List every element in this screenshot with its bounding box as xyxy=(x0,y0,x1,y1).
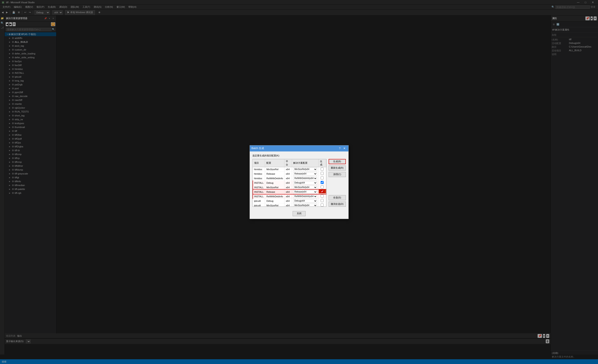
col-header-build: 生成 xyxy=(318,159,326,167)
sol-config-select[interactable]: Release|x64 xyxy=(293,172,317,176)
dialog-table-area: 项目 配置 平台 解决方案配置 生成 htmldoc xyxy=(252,159,326,207)
table-row-install: INSTALL RelWithDebInfo x64 RelWithDebInf… xyxy=(253,194,326,199)
dialog-controls: ? ✕ xyxy=(338,146,347,150)
cell-config: Release xyxy=(265,190,284,194)
cell-config: MinSizeRel xyxy=(265,203,284,207)
dialog-close-button[interactable]: 关闭 xyxy=(293,211,306,216)
cell-platform: x64 xyxy=(284,176,292,180)
batch-dialog: Batch 生成 ? ✕ 选定要生成的项目配置(K): 项目 配 xyxy=(249,145,349,219)
cell-config: Debug xyxy=(265,180,284,185)
cell-project: iptcutil xyxy=(253,203,265,207)
cell-sol-config: Release|x64 xyxy=(292,190,318,194)
col-header-platform: 平台 xyxy=(284,159,292,167)
cell-sol-config: RelWithDebInfo|x64 xyxy=(292,176,318,180)
cell-config: Debug xyxy=(265,199,284,203)
dialog-help-button[interactable]: ? xyxy=(338,146,342,150)
build-checkbox[interactable] xyxy=(321,199,324,202)
cell-checkbox xyxy=(319,185,326,189)
dialog-buttons: 生成(B) 重新生成(R) 清理(C) 全选(S) 撤消全选(D) xyxy=(329,159,346,207)
table-row-install: INSTALL Debug x64 Debug|x64 xyxy=(253,180,326,185)
sol-config-select[interactable]: RelWithDebInfo|x64 xyxy=(293,195,317,198)
cell-sol-config: MinSizeRel|x64 xyxy=(292,185,318,190)
sol-config-select[interactable]: Debug|x64 xyxy=(293,199,317,203)
cell-config: RelWithDebInfo xyxy=(265,176,284,180)
cell-platform: x64 xyxy=(284,194,292,199)
cell-sol-config: MinSizeRel|x64 xyxy=(292,167,318,171)
dialog-table: 项目 配置 平台 解决方案配置 生成 htmldoc xyxy=(253,159,326,207)
dialog-main: 项目 配置 平台 解决方案配置 生成 htmldoc xyxy=(252,159,346,207)
cell-checkbox xyxy=(319,194,326,198)
rebuild-button[interactable]: 重新生成(R) xyxy=(329,165,346,170)
table-row-install-release: INSTALL Release x64 Release|x64 xyxy=(253,190,326,194)
cell-sol-config: MinSizeRel|x64 xyxy=(292,203,318,207)
cell-config: RelWithDebInfo xyxy=(265,194,284,199)
cell-project: htmldoc xyxy=(253,171,265,176)
cell-platform: x64 xyxy=(284,199,292,203)
dialog-overlay: Batch 生成 ? ✕ 选定要生成的项目配置(K): 项目 配 xyxy=(0,0,598,364)
table-row: htmldoc RelWithDebInfo x64 RelWithDebInf… xyxy=(253,176,326,180)
cell-platform: x64 xyxy=(284,203,292,207)
cell-platform: x64 xyxy=(284,190,292,194)
dialog-table-scroll[interactable]: 项目 配置 平台 解决方案配置 生成 htmldoc xyxy=(253,159,326,207)
cell-platform: x64 xyxy=(284,180,292,185)
select-all-button[interactable]: 全选(S) xyxy=(329,195,346,200)
clean-button[interactable]: 清理(C) xyxy=(329,172,346,177)
dialog-instruction: 选定要生成的项目配置(K): xyxy=(252,154,346,157)
sol-config-select[interactable]: MinSizeRel|x64 xyxy=(293,204,317,207)
cell-project: INSTALL xyxy=(253,180,265,185)
cell-sol-config: RelWithDebInfo|x64 xyxy=(292,194,318,199)
build-checkbox[interactable] xyxy=(321,176,324,179)
build-checkbox[interactable] xyxy=(321,172,324,175)
cell-platform: x64 xyxy=(284,185,292,190)
build-checkbox[interactable] xyxy=(321,203,324,207)
cell-checkbox xyxy=(319,203,326,207)
col-header-config: 配置 xyxy=(265,159,284,167)
build-checkbox[interactable] xyxy=(321,168,324,170)
table-row-install: INSTALL MinSizeRel x64 MinSizeRel|x64 xyxy=(253,185,326,190)
build-checkbox-install-release[interactable] xyxy=(321,190,324,193)
sol-config-select[interactable]: MinSizeRel|x64 xyxy=(293,168,317,171)
dialog-title: Batch 生成 xyxy=(251,146,264,150)
sol-config-select[interactable]: Debug|x64 xyxy=(293,181,317,185)
cell-checkbox xyxy=(319,171,326,176)
deselect-all-button[interactable]: 撤消全选(D) xyxy=(329,202,346,207)
cell-config: MinSizeRel xyxy=(265,185,284,190)
col-header-project: 项目 xyxy=(253,159,265,167)
table-row: htmldoc Release x64 Release|x64 xyxy=(253,171,326,176)
table-row: htmldoc MinSizeRel x64 MinSizeRel|x64 xyxy=(253,167,326,171)
build-button[interactable]: 生成(B) xyxy=(329,159,346,164)
build-checkbox-install-minsizerel[interactable] xyxy=(321,186,324,188)
cell-config: MinSizeRel xyxy=(265,167,284,171)
build-checkbox-install-relwithdebinfo[interactable] xyxy=(321,194,324,197)
cell-platform: x64 xyxy=(284,171,292,176)
sol-config-select[interactable]: RelWithDebInfo|x64 xyxy=(293,177,317,180)
cell-project: INSTALL xyxy=(253,190,265,194)
col-header-solution-config: 解决方案配置 xyxy=(292,159,318,167)
cell-checkbox xyxy=(319,190,326,194)
cell-project: htmldoc xyxy=(253,176,265,180)
sol-config-select[interactable]: MinSizeRel|x64 xyxy=(293,186,317,189)
cell-project: INSTALL xyxy=(253,185,265,190)
cell-config: Release xyxy=(265,171,284,176)
cell-platform: x64 xyxy=(284,167,292,171)
cell-project: htmldoc xyxy=(253,167,265,171)
build-checkbox-install-debug[interactable] xyxy=(321,181,324,184)
dialog-titlebar: Batch 生成 ? ✕ xyxy=(250,146,349,152)
cell-checkbox xyxy=(319,199,326,203)
sol-config-select[interactable]: Release|x64 xyxy=(293,190,317,194)
dialog-body: 选定要生成的项目配置(K): 项目 配置 平台 解决方案配置 xyxy=(250,152,349,209)
cell-checkbox xyxy=(319,180,326,185)
cell-checkbox xyxy=(319,167,326,171)
cell-project: iptcutil xyxy=(253,199,265,203)
dialog-close-x-button[interactable]: ✕ xyxy=(342,146,347,150)
table-row: iptcutil Debug x64 Debug|x64 xyxy=(253,199,326,203)
cell-sol-config: Debug|x64 xyxy=(292,199,318,203)
table-row: iptcutil MinSizeRel x64 MinSizeRel|x64 xyxy=(253,203,326,207)
cell-checkbox xyxy=(319,176,326,180)
cell-sol-config: Release|x64 xyxy=(292,171,318,176)
dialog-close-row: 关闭 xyxy=(250,209,349,219)
cell-project: INSTALL xyxy=(253,194,265,199)
cell-sol-config: Debug|x64 xyxy=(292,180,318,185)
